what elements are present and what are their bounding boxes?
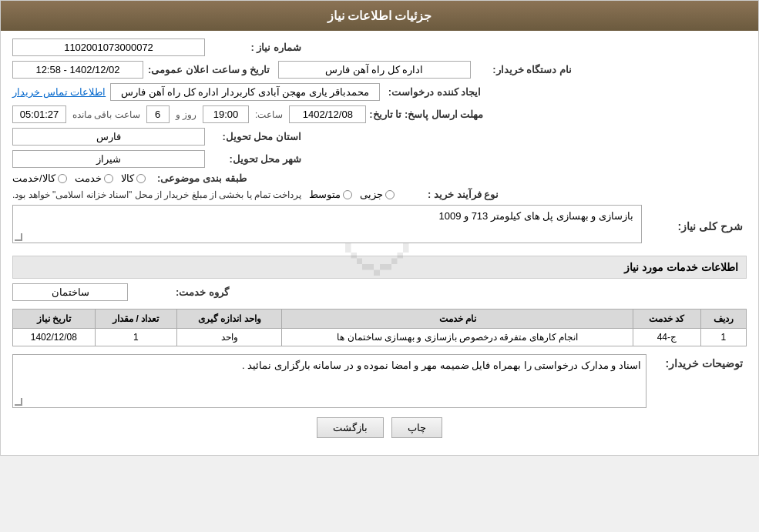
buyer-org-label: نام دستگاه خریدار: (475, 64, 576, 75)
col-date: تاریخ نیاز (13, 309, 96, 329)
deadline-row: مهلت ارسال پاسخ: تا تاریخ: 1402/12/08 سا… (12, 105, 747, 123)
col-row: ردیف (700, 309, 746, 329)
buyer-notes-label: توضیحات خریدار: (646, 357, 747, 370)
cell-unit: واحد (177, 329, 282, 346)
resize-handle (15, 233, 22, 241)
cell-date: 1402/12/08 (13, 329, 96, 346)
province-row: استان محل تحویل: فارس (12, 128, 747, 146)
services-section-title: اطلاعات خدمات مورد نیاز (12, 256, 747, 279)
buyer-org-value: اداره کل راه آهن فارس (278, 61, 471, 79)
cell-quantity: 1 (95, 329, 176, 346)
city-label: شهر محل تحویل: (205, 153, 305, 165)
buyer-notes-value: اسناد و مدارک درخواستی را بهمراه فایل ضم… (242, 360, 641, 371)
back-button[interactable]: بازگشت (317, 417, 384, 438)
radio-service (104, 174, 113, 183)
province-label: استان محل تحویل: (205, 131, 305, 142)
service-group-row: گروه خدمت: ساختمان (12, 283, 747, 301)
page-title: جزئیات اطلاعات نیاز (327, 9, 432, 22)
col-code: کد خدمت (633, 309, 701, 329)
print-button[interactable]: چاپ (391, 417, 442, 438)
category-option-both[interactable]: کالا/خدمت (12, 172, 67, 184)
radio-both (58, 174, 67, 183)
col-unit: واحد اندازه گیری (177, 309, 282, 329)
deadline-time-label: ساعت: (255, 109, 283, 120)
action-buttons: چاپ بازگشت (12, 417, 747, 438)
buyer-notes-section: توضیحات خریدار: اسناد و مدارک درخواستی ر… (12, 354, 747, 408)
category-option-goods[interactable]: کالا (121, 172, 146, 184)
page-header: جزئیات اطلاعات نیاز (1, 1, 758, 31)
need-desc-row: شرح کلی نیاز: بازسازی و بهسازی پل های کی… (12, 205, 747, 248)
creator-row: ایجاد کننده درخواست: محمدباقر یاری مهجن … (12, 83, 747, 101)
radio-goods (136, 174, 146, 183)
need-number-label: شماره نیاز : (205, 42, 305, 53)
creator-label: ایجاد کننده درخواست: (385, 86, 485, 98)
need-number-row: شماره نیاز : 1102001073000072 (12, 38, 747, 56)
purchase-type-medium[interactable]: متوسط (309, 189, 352, 200)
col-name: نام خدمت (282, 309, 633, 329)
notes-resize-handle (15, 398, 22, 406)
purchase-type-label: نوع فرآیند خرید : (402, 189, 502, 200)
services-table: ردیف کد خدمت نام خدمت واحد اندازه گیری ت… (12, 309, 747, 346)
deadline-day-label: روز و (176, 109, 196, 120)
announce-value: 1402/12/02 - 12:58 (12, 61, 143, 79)
buyer-notes-box: اسناد و مدارک درخواستی را بهمراه فایل ضم… (12, 354, 646, 408)
radio-minor (385, 190, 395, 199)
creator-link[interactable]: اطلاعات تماس خریدار (12, 86, 106, 98)
creator-value: محمدباقر یاری مهجن آبادی کاربردار اداره … (110, 83, 380, 101)
radio-medium (343, 190, 352, 199)
services-table-section: ردیف کد خدمت نام خدمت واحد اندازه گیری ت… (12, 309, 747, 346)
category-label: طبقه بندی موضوعی: (150, 172, 250, 184)
cell-name: انجام کارهای متفرقه درخصوص بازسازی و بهس… (282, 329, 633, 346)
purchase-type-options: جزیی متوسط (309, 189, 395, 200)
deadline-remaining: 05:01:27 (12, 105, 66, 123)
deadline-label: مهلت ارسال پاسخ: تا تاریخ: (369, 109, 487, 120)
city-row: شهر محل تحویل: شیراز (12, 150, 747, 168)
deadline-time: 19:00 (203, 105, 249, 123)
col-quantity: تعداد / مقدار (95, 309, 176, 329)
need-desc-label: شرح کلی نیاز: (646, 220, 747, 233)
cell-code: ج-44 (633, 329, 701, 346)
table-row: 1 ج-44 انجام کارهای متفرقه درخصوص بازساز… (13, 329, 747, 346)
cell-row: 1 (700, 329, 746, 346)
deadline-remaining-label: ساعت باقی مانده (72, 109, 140, 120)
deadline-date: 1402/12/08 (289, 105, 366, 123)
need-desc-value: بازسازی و بهسازی پل های کیلومتر 713 و 10… (12, 205, 642, 243)
category-row: طبقه بندی موضوعی: کالا خدمت کالا/خدمت (12, 172, 747, 184)
province-value: فارس (12, 128, 205, 146)
purchase-type-note: پرداخت تمام یا بخشی از مبلغ خریدار از مح… (12, 189, 301, 200)
purchase-type-row: نوع فرآیند خرید : جزیی متوسط پرداخت تمام… (12, 189, 747, 200)
category-option-service[interactable]: خدمت (75, 172, 113, 184)
announce-label: تاریخ و ساعت اعلان عمومی: (148, 64, 274, 75)
announce-row: نام دستگاه خریدار: اداره کل راه آهن فارس… (12, 61, 747, 79)
city-value: شیراز (12, 150, 205, 168)
category-options: کالا خدمت کالا/خدمت (12, 172, 146, 184)
service-group-label: گروه خدمت: (133, 286, 233, 298)
deadline-days: 6 (146, 105, 170, 123)
purchase-type-minor[interactable]: جزیی (360, 189, 395, 200)
need-number-value: 1102001073000072 (12, 38, 205, 56)
service-group-value: ساختمان (12, 283, 128, 301)
